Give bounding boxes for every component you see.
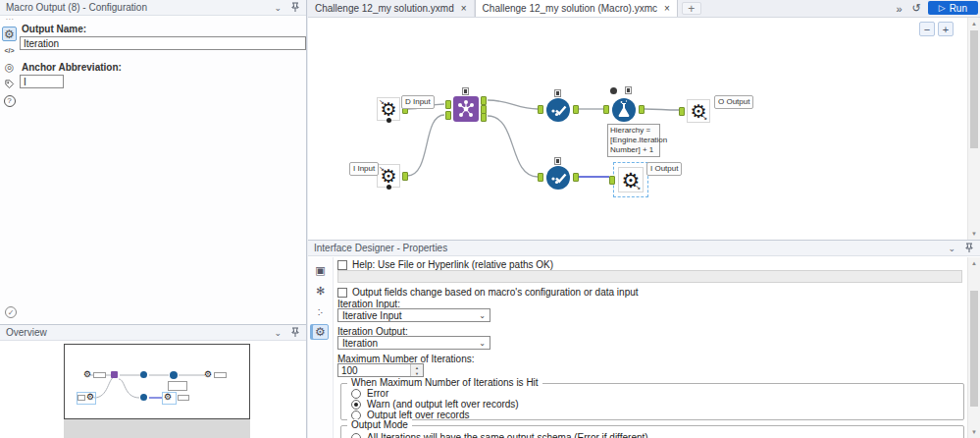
help-checkbox[interactable] — [337, 260, 347, 270]
connection-join-select2[interactable] — [488, 116, 538, 177]
minimap-wires — [65, 345, 249, 418]
radio-warn[interactable]: Warn (and output left over records) — [351, 399, 519, 410]
tab-challenge12-solution[interactable]: Challenge 12_my solution.yxmd × — [308, 0, 475, 17]
output-anchor[interactable] — [481, 113, 487, 122]
d-input-label[interactable]: D Input — [401, 95, 435, 109]
apply-check-icon[interactable]: ✓ — [5, 306, 17, 318]
macro-output-i-tool[interactable]: ⚙ ↘ — [618, 167, 644, 192]
output-anchor[interactable] — [481, 96, 487, 105]
i-output-label[interactable]: I Output — [646, 162, 682, 176]
anchor-abbreviation-label: Anchor Abbreviation: — [22, 62, 304, 73]
input-anchor[interactable] — [603, 105, 609, 114]
scroll-up-icon[interactable]: ▲ — [968, 257, 980, 269]
input-anchor[interactable] — [679, 107, 685, 116]
scroll-up-icon[interactable]: ▲ — [968, 18, 980, 29]
pin-icon[interactable] — [290, 327, 300, 338]
schedule-history-icon[interactable]: ↺ — [907, 0, 926, 17]
iteration-output-select[interactable]: Iteration ⌄ — [337, 336, 490, 350]
tag-icon[interactable] — [2, 77, 17, 91]
connection-iinput-join[interactable] — [407, 115, 444, 176]
collapse-chevron-icon[interactable]: ⌄ — [274, 328, 282, 338]
output-name-input[interactable] — [20, 36, 306, 50]
zoom-in-button[interactable]: + — [938, 22, 954, 36]
tab-overflow-icon[interactable]: » — [891, 0, 906, 17]
run-button[interactable]: ▷ Run — [928, 1, 978, 15]
tool-badge-icon — [554, 157, 561, 165]
help-checkbox-row[interactable]: Help: Use File or Hyperlink (relative pa… — [337, 259, 553, 270]
output-fields-checkbox-row[interactable]: Output fields change based on macro's co… — [337, 287, 639, 298]
formula-tool[interactable] — [612, 98, 636, 122]
layout-view-icon[interactable]: ▣ — [312, 262, 329, 278]
target-anchor-icon[interactable]: ◎ — [2, 60, 17, 75]
tab-label: Challenge 12_my solution (Macro).yxmc — [483, 3, 657, 14]
overview-minimap[interactable]: ⚙ ⚙ ⚙ ⚙ — [0, 342, 306, 438]
new-tab-button[interactable]: + — [682, 2, 701, 15]
macro-input-d-tool[interactable]: ⚙ ↘ — [377, 97, 400, 121]
scrollbar-thumb[interactable] — [970, 291, 978, 407]
scroll-down-icon[interactable]: ▼ — [968, 228, 980, 240]
connection-formula-ooutput[interactable] — [645, 109, 679, 110]
pin-icon[interactable] — [290, 2, 300, 13]
output-anchor[interactable] — [573, 105, 579, 114]
tree-view-icon[interactable]: ჻ — [312, 303, 329, 319]
join-multiple-tool[interactable] — [453, 96, 479, 122]
connection-join-select1[interactable] — [488, 100, 538, 109]
properties-view-gear-icon[interactable]: ⚙ — [312, 324, 329, 340]
mini-macro-input-i: ⚙ — [86, 393, 94, 402]
interface-vertical-scrollbar[interactable]: ▲ ▼ — [967, 257, 980, 438]
radio-button-selected[interactable] — [351, 400, 361, 410]
select-tool-1[interactable] — [546, 98, 570, 122]
play-icon: ▷ — [939, 3, 946, 13]
radio-button[interactable] — [351, 433, 361, 438]
formula-annotation[interactable]: Hierarchy = [Engine.Iteration Number] + … — [607, 124, 660, 157]
test-view-icon[interactable]: ✻ — [312, 283, 329, 299]
close-icon[interactable]: × — [461, 3, 467, 14]
indicator-dot-icon — [610, 87, 617, 94]
collapse-chevron-icon[interactable]: ⌄ — [274, 3, 282, 13]
config-panel-title: Macro Output (8) - Configuration — [6, 2, 274, 13]
stepper-buttons[interactable]: ▲ ▼ — [410, 364, 423, 376]
output-anchor[interactable] — [573, 173, 579, 182]
canvas-vertical-scrollbar[interactable]: ▲ ▼ — [967, 18, 980, 240]
i-input-label[interactable]: I Input — [349, 162, 379, 176]
help-icon[interactable]: ? — [2, 93, 17, 108]
interface-designer-panel: Interface Designer - Properties ⌄ ▣ ✻ ჻ … — [308, 240, 980, 438]
input-anchor[interactable] — [538, 105, 543, 114]
stepper-down-icon[interactable]: ▼ — [411, 370, 423, 376]
max-iterations-stepper[interactable]: 100 ▲ ▼ — [337, 363, 424, 377]
interface-designer-header: Interface Designer - Properties ⌄ — [308, 241, 980, 256]
scroll-down-icon[interactable]: ▼ — [968, 426, 980, 438]
output-anchor[interactable] — [402, 172, 408, 181]
radio-error[interactable]: Error — [351, 388, 388, 399]
minimap-viewport[interactable]: ⚙ ⚙ ⚙ ⚙ — [64, 344, 250, 419]
question-dot-icon — [387, 118, 391, 123]
configuration-tab-gear-icon[interactable]: ⚙ — [2, 27, 17, 41]
input-anchor[interactable] — [538, 173, 543, 182]
workflow-canvas[interactable]: ⚙ ↘ D Input ⚙ ↘ I Input — [308, 18, 980, 240]
output-fields-checkbox[interactable] — [337, 288, 347, 298]
pin-icon[interactable] — [964, 243, 974, 253]
join-tool-icon — [453, 96, 479, 122]
run-button-label: Run — [950, 3, 967, 14]
anchor-abbreviation-input[interactable] — [20, 75, 64, 88]
select-tool-2[interactable] — [546, 166, 570, 190]
radio-button[interactable] — [351, 389, 361, 399]
select-tool-icon — [546, 98, 570, 122]
annotation-line: Hierarchy = — [610, 126, 657, 136]
macro-output-o-tool[interactable]: ⚙ ↘ — [687, 99, 710, 123]
radio-button[interactable] — [351, 411, 361, 420]
close-icon[interactable]: × — [664, 3, 670, 14]
input-anchor[interactable] — [445, 111, 451, 120]
o-output-label[interactable]: O Output — [714, 95, 753, 109]
zoom-out-button[interactable]: − — [919, 22, 935, 36]
iteration-input-select[interactable]: Iterative Input ⌄ — [337, 308, 490, 322]
tab-challenge12-macro[interactable]: Challenge 12_my solution (Macro).yxmc × — [475, 0, 678, 17]
input-anchor[interactable] — [609, 176, 615, 185]
input-anchor[interactable] — [445, 100, 451, 109]
collapse-chevron-icon[interactable]: ⌄ — [948, 244, 955, 253]
code-view-icon[interactable]: </> — [2, 43, 17, 58]
scrollbar-thumb[interactable] — [970, 30, 978, 148]
macro-input-i-tool[interactable]: ⚙ ↘ — [377, 164, 400, 188]
radio-same-schema[interactable]: All Iterations will have the same output… — [351, 432, 648, 438]
output-anchor[interactable] — [639, 105, 645, 114]
